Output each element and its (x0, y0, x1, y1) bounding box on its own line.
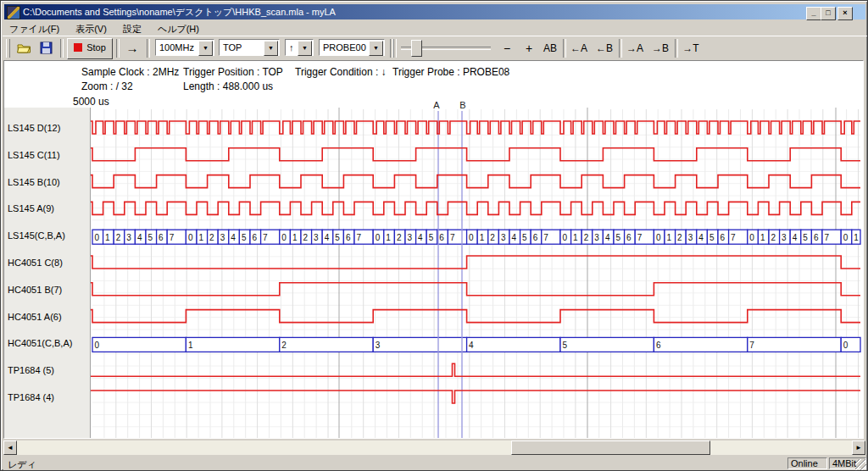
toolbar-separator (619, 39, 622, 58)
trigger-edge-value: ↑ (289, 42, 294, 53)
trigger-condition-text: Trigger Condition : ↓ (295, 66, 387, 78)
toolbar: Stop → 100MHz ▼ TOP ▼ ↑ ▼ PROBE00 ▼ − + … (3, 36, 867, 61)
chevron-down-icon[interactable]: ▼ (369, 41, 383, 56)
toolbar-separator (147, 39, 150, 58)
zoom-slider-thumb[interactable] (411, 40, 422, 57)
toolbar-separator (116, 39, 120, 58)
time-scale-label: 5000 us (73, 96, 109, 108)
zoom-text: Zoom : / 32 (81, 80, 133, 92)
close-button[interactable]: × (837, 7, 853, 20)
trigger-position-value: TOP (223, 42, 242, 53)
scroll-left-button[interactable]: ◄ (3, 441, 17, 455)
waveform-panel (3, 60, 864, 439)
channel-label: HC4051(C,B,A) (8, 338, 72, 348)
resize-grip[interactable] (855, 459, 866, 470)
probe-value: PROBE00 (323, 42, 366, 53)
clock-select[interactable]: 100MHz ▼ (155, 39, 214, 56)
channel-label: HC4051 C(8) (8, 258, 63, 268)
toolbar-separator (60, 39, 64, 58)
channel-label: LS145 B(10) (8, 177, 60, 187)
chevron-down-icon[interactable]: ▼ (198, 41, 213, 56)
maximize-button[interactable]: □ (821, 7, 836, 20)
trigger-edge-select[interactable]: ↑ ▼ (285, 39, 314, 56)
trigger-position-text: Trigger Position : TOP (183, 66, 283, 78)
sample-clock-text: Sample Clock : 2MHz (81, 66, 179, 78)
label-plot-divider (90, 108, 91, 438)
clock-value: 100MHz (159, 42, 194, 53)
channel-label: LS145 C(11) (8, 150, 60, 160)
channel-label: LS145 A(9) (8, 203, 54, 213)
scrollbar-thumb[interactable] (511, 441, 710, 455)
goto-trigger-button[interactable]: →T (679, 40, 703, 57)
channel-label: LS145(C,B,A) (8, 230, 65, 241)
length-text: Length : 488.000 us (183, 80, 273, 92)
menu-bar: ファイル(F) 表示(V) 設定 ヘルプ(H) (3, 21, 867, 36)
open-folder-icon (17, 42, 31, 54)
zoom-out-button[interactable]: − (498, 40, 516, 57)
probe-select[interactable]: PROBE00 ▼ (319, 39, 385, 56)
app-window: C:\Documents and Settings\noname\デスクトップ\… (0, 0, 868, 471)
window-title: C:\Documents and Settings\noname\デスクトップ\… (23, 4, 811, 19)
ab-button[interactable]: AB (540, 40, 560, 57)
chevron-down-icon[interactable]: ▼ (264, 41, 278, 56)
trigger-position-select[interactable]: TOP ▼ (219, 39, 280, 56)
floppy-disk-icon (40, 42, 53, 54)
channel-label: HC4051 A(6) (8, 312, 62, 322)
toolbar-separator (675, 39, 678, 58)
channel-label: HC4051 B(7) (8, 285, 62, 295)
goto-cursor-b-button[interactable]: ←B (593, 40, 616, 57)
title-bar[interactable]: C:\Documents and Settings\noname\デスクトップ\… (4, 4, 865, 19)
open-button[interactable] (13, 38, 35, 59)
chevron-down-icon[interactable]: ▼ (298, 41, 312, 56)
stop-square-icon (74, 43, 82, 52)
trigger-probe-text: Trigger Probe : PROBE08 (392, 66, 509, 78)
set-cursor-b-button[interactable]: →B (648, 40, 672, 57)
status-bar: レディ Online 4MBit (3, 457, 866, 470)
channel-label: TP1684 (5) (8, 365, 54, 375)
channel-label: LS145 D(12) (8, 123, 60, 133)
run-button[interactable]: → (121, 40, 143, 57)
minimize-button[interactable]: _ (806, 7, 821, 20)
status-ready-text: レディ (8, 458, 36, 471)
stop-button[interactable]: Stop (67, 38, 113, 59)
toolbar-separator (393, 39, 397, 58)
online-status-badge: Online (787, 457, 827, 469)
channel-label: TP1684 (4) (8, 392, 54, 402)
save-button[interactable] (35, 38, 57, 59)
stop-label: Stop (86, 42, 106, 53)
toolbar-grip (6, 39, 10, 58)
scroll-right-button[interactable]: ► (852, 441, 865, 455)
set-cursor-a-button[interactable]: →A (623, 40, 647, 57)
goto-cursor-a-button[interactable]: ←A (567, 40, 591, 57)
toolbar-separator (563, 39, 566, 58)
horizontal-scrollbar[interactable]: ◄ ► (3, 441, 866, 455)
zoom-in-button[interactable]: + (520, 40, 538, 57)
app-icon (7, 6, 20, 19)
